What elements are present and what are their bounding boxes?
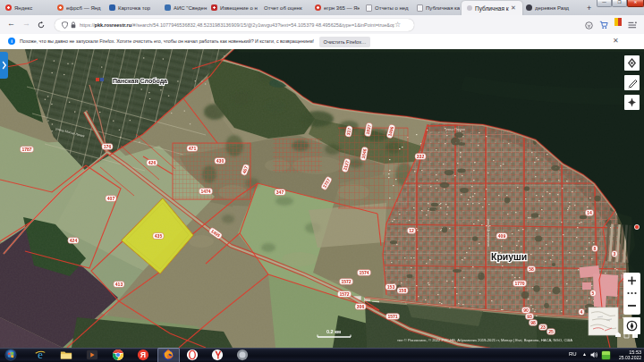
svg-text:12: 12 xyxy=(409,228,414,233)
svg-text:e: e xyxy=(38,349,43,361)
svg-text:158: 158 xyxy=(399,288,407,293)
svg-text:Криуши: Криуши xyxy=(491,251,527,262)
svg-text:409: 409 xyxy=(498,233,506,239)
svg-text:306: 306 xyxy=(357,304,365,309)
svg-text:426: 426 xyxy=(148,160,157,165)
svg-text:23: 23 xyxy=(540,324,546,330)
svg-text:4: 4 xyxy=(580,309,583,315)
svg-text:176: 176 xyxy=(104,144,112,149)
svg-text:улица Центральная: улица Центральная xyxy=(487,219,490,247)
svg-text:Панская Слобода: Панская Слобода xyxy=(113,78,167,85)
svg-text:14: 14 xyxy=(587,210,592,215)
svg-text:58: 58 xyxy=(529,266,534,272)
svg-text:1787: 1787 xyxy=(21,147,31,152)
svg-text:347: 347 xyxy=(276,189,284,195)
svg-text:93: 93 xyxy=(527,314,532,319)
svg-text:1770: 1770 xyxy=(514,281,524,286)
svg-text:471: 471 xyxy=(189,146,197,151)
svg-text:улица Первая: улица Первая xyxy=(445,128,465,131)
svg-text:0.2 км: 0.2 км xyxy=(326,329,341,334)
svg-text:Я: Я xyxy=(140,350,146,359)
svg-text:424: 424 xyxy=(70,238,78,243)
svg-text:25: 25 xyxy=(548,329,554,334)
svg-text:3: 3 xyxy=(614,251,616,257)
svg-text:407: 407 xyxy=(107,196,115,201)
svg-text:435: 435 xyxy=(155,233,163,239)
svg-text:1574: 1574 xyxy=(359,270,369,275)
svg-text:1572: 1572 xyxy=(339,291,349,297)
svg-text:413: 413 xyxy=(115,282,123,287)
svg-text:5: 5 xyxy=(592,290,595,296)
svg-text:1571: 1571 xyxy=(387,314,397,319)
svg-text:1572: 1572 xyxy=(341,279,351,284)
svg-text:1474: 1474 xyxy=(200,189,210,194)
svg-text:430: 430 xyxy=(216,158,225,164)
svg-text:90: 90 xyxy=(523,307,529,313)
svg-text:8: 8 xyxy=(594,246,597,251)
svg-text:тел © Роскосмос, © 2022 РКС-НЕ: тел © Роскосмос, © 2022 РКС-НЕ, Абрамовк… xyxy=(397,338,572,342)
svg-text:98: 98 xyxy=(530,320,536,325)
svg-text:153: 153 xyxy=(387,284,395,290)
svg-text:332: 332 xyxy=(417,154,425,159)
